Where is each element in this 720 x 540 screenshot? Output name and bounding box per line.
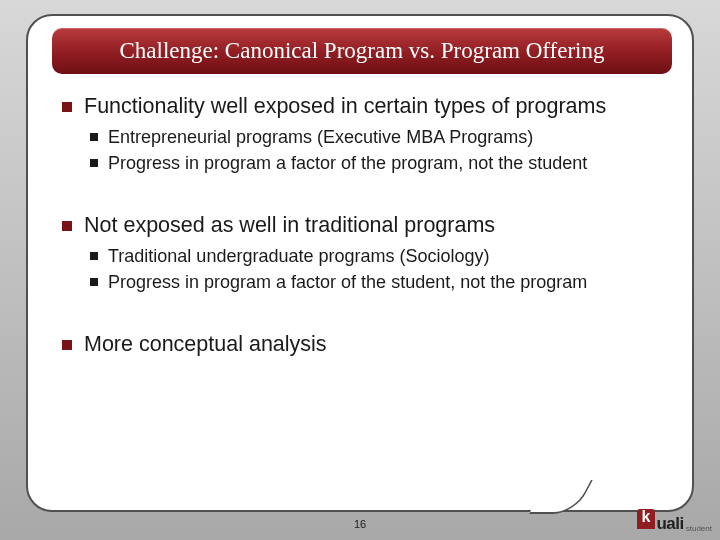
bullet-text: Functionality well exposed in certain ty…: [84, 94, 606, 120]
logo-mark-icon: [637, 509, 655, 529]
bullet-level2: Progress in program a factor of the prog…: [90, 152, 662, 175]
square-bullet-icon: [90, 133, 98, 141]
square-bullet-icon: [90, 159, 98, 167]
logo-text: uali: [656, 514, 683, 534]
bullet-level2: Traditional undergraduate programs (Soci…: [90, 245, 662, 268]
square-bullet-icon: [62, 340, 72, 350]
logo-subtext: student: [686, 524, 712, 533]
bullet-level2: Progress in program a factor of the stud…: [90, 271, 662, 294]
bullet-text: Traditional undergraduate programs (Soci…: [108, 245, 490, 268]
bullet-level2: Entrepreneurial programs (Executive MBA …: [90, 126, 662, 149]
kuali-logo: uali student: [637, 509, 712, 534]
slide-content: Functionality well exposed in certain ty…: [62, 94, 662, 363]
square-bullet-icon: [90, 252, 98, 260]
bullet-text: Entrepreneurial programs (Executive MBA …: [108, 126, 533, 149]
square-bullet-icon: [90, 278, 98, 286]
bullet-text: Progress in program a factor of the stud…: [108, 271, 587, 294]
square-bullet-icon: [62, 221, 72, 231]
title-bar: Challenge: Canonical Program vs. Program…: [52, 28, 672, 74]
square-bullet-icon: [62, 102, 72, 112]
slide-card: Challenge: Canonical Program vs. Program…: [26, 14, 694, 512]
bullet-text: Progress in program a factor of the prog…: [108, 152, 587, 175]
bullet-level1: Not exposed as well in traditional progr…: [62, 213, 662, 239]
speech-bubble-tail-icon: [538, 482, 584, 512]
slide-title: Challenge: Canonical Program vs. Program…: [119, 38, 604, 64]
page-number: 16: [354, 518, 366, 530]
bullet-level1: Functionality well exposed in certain ty…: [62, 94, 662, 120]
bullet-level1: More conceptual analysis: [62, 332, 662, 358]
bullet-text: Not exposed as well in traditional progr…: [84, 213, 495, 239]
bullet-text: More conceptual analysis: [84, 332, 327, 358]
